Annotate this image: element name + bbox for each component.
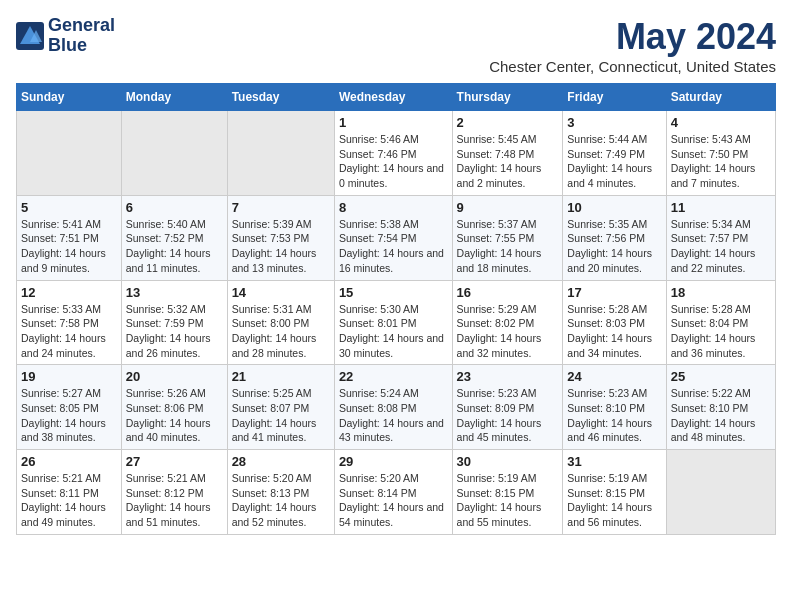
- main-title: May 2024: [489, 16, 776, 58]
- week-row-2: 5Sunrise: 5:41 AMSunset: 7:51 PMDaylight…: [17, 195, 776, 280]
- day-number: 15: [339, 285, 448, 300]
- day-number: 25: [671, 369, 771, 384]
- cell-info: Sunrise: 5:26 AMSunset: 8:06 PMDaylight:…: [126, 386, 223, 445]
- day-number: 24: [567, 369, 661, 384]
- cell-info: Sunrise: 5:23 AMSunset: 8:10 PMDaylight:…: [567, 386, 661, 445]
- calendar-cell: 31Sunrise: 5:19 AMSunset: 8:15 PMDayligh…: [563, 450, 666, 535]
- calendar-cell: 11Sunrise: 5:34 AMSunset: 7:57 PMDayligh…: [666, 195, 775, 280]
- calendar-cell: 26Sunrise: 5:21 AMSunset: 8:11 PMDayligh…: [17, 450, 122, 535]
- calendar-cell: 18Sunrise: 5:28 AMSunset: 8:04 PMDayligh…: [666, 280, 775, 365]
- cell-info: Sunrise: 5:22 AMSunset: 8:10 PMDaylight:…: [671, 386, 771, 445]
- day-number: 3: [567, 115, 661, 130]
- cell-info: Sunrise: 5:43 AMSunset: 7:50 PMDaylight:…: [671, 132, 771, 191]
- day-number: 26: [21, 454, 117, 469]
- cell-info: Sunrise: 5:19 AMSunset: 8:15 PMDaylight:…: [567, 471, 661, 530]
- calendar-cell: 5Sunrise: 5:41 AMSunset: 7:51 PMDaylight…: [17, 195, 122, 280]
- cell-info: Sunrise: 5:34 AMSunset: 7:57 PMDaylight:…: [671, 217, 771, 276]
- cell-info: Sunrise: 5:21 AMSunset: 8:11 PMDaylight:…: [21, 471, 117, 530]
- calendar-cell: 13Sunrise: 5:32 AMSunset: 7:59 PMDayligh…: [121, 280, 227, 365]
- calendar-cell: 30Sunrise: 5:19 AMSunset: 8:15 PMDayligh…: [452, 450, 563, 535]
- calendar-cell: 8Sunrise: 5:38 AMSunset: 7:54 PMDaylight…: [334, 195, 452, 280]
- calendar-cell: 27Sunrise: 5:21 AMSunset: 8:12 PMDayligh…: [121, 450, 227, 535]
- day-number: 19: [21, 369, 117, 384]
- cell-info: Sunrise: 5:20 AMSunset: 8:14 PMDaylight:…: [339, 471, 448, 530]
- cell-info: Sunrise: 5:23 AMSunset: 8:09 PMDaylight:…: [457, 386, 559, 445]
- page-header: General Blue May 2024 Chester Center, Co…: [16, 16, 776, 75]
- title-area: May 2024 Chester Center, Connecticut, Un…: [489, 16, 776, 75]
- day-number: 8: [339, 200, 448, 215]
- cell-info: Sunrise: 5:21 AMSunset: 8:12 PMDaylight:…: [126, 471, 223, 530]
- week-row-5: 26Sunrise: 5:21 AMSunset: 8:11 PMDayligh…: [17, 450, 776, 535]
- cell-info: Sunrise: 5:33 AMSunset: 7:58 PMDaylight:…: [21, 302, 117, 361]
- day-number: 7: [232, 200, 330, 215]
- cell-info: Sunrise: 5:24 AMSunset: 8:08 PMDaylight:…: [339, 386, 448, 445]
- cell-info: Sunrise: 5:46 AMSunset: 7:46 PMDaylight:…: [339, 132, 448, 191]
- cell-info: Sunrise: 5:28 AMSunset: 8:03 PMDaylight:…: [567, 302, 661, 361]
- day-number: 16: [457, 285, 559, 300]
- day-number: 11: [671, 200, 771, 215]
- day-number: 18: [671, 285, 771, 300]
- cell-info: Sunrise: 5:30 AMSunset: 8:01 PMDaylight:…: [339, 302, 448, 361]
- weekday-header-monday: Monday: [121, 84, 227, 111]
- cell-info: Sunrise: 5:44 AMSunset: 7:49 PMDaylight:…: [567, 132, 661, 191]
- calendar-cell: 25Sunrise: 5:22 AMSunset: 8:10 PMDayligh…: [666, 365, 775, 450]
- calendar-cell: 20Sunrise: 5:26 AMSunset: 8:06 PMDayligh…: [121, 365, 227, 450]
- cell-info: Sunrise: 5:25 AMSunset: 8:07 PMDaylight:…: [232, 386, 330, 445]
- calendar-cell: 9Sunrise: 5:37 AMSunset: 7:55 PMDaylight…: [452, 195, 563, 280]
- cell-info: Sunrise: 5:37 AMSunset: 7:55 PMDaylight:…: [457, 217, 559, 276]
- weekday-header-sunday: Sunday: [17, 84, 122, 111]
- calendar-cell: 29Sunrise: 5:20 AMSunset: 8:14 PMDayligh…: [334, 450, 452, 535]
- calendar-cell: 10Sunrise: 5:35 AMSunset: 7:56 PMDayligh…: [563, 195, 666, 280]
- weekday-header-saturday: Saturday: [666, 84, 775, 111]
- weekday-header-wednesday: Wednesday: [334, 84, 452, 111]
- cell-info: Sunrise: 5:28 AMSunset: 8:04 PMDaylight:…: [671, 302, 771, 361]
- day-number: 13: [126, 285, 223, 300]
- day-number: 29: [339, 454, 448, 469]
- logo-icon: [16, 22, 44, 50]
- calendar-cell: 6Sunrise: 5:40 AMSunset: 7:52 PMDaylight…: [121, 195, 227, 280]
- calendar-cell: 19Sunrise: 5:27 AMSunset: 8:05 PMDayligh…: [17, 365, 122, 450]
- weekday-header-row: SundayMondayTuesdayWednesdayThursdayFrid…: [17, 84, 776, 111]
- day-number: 5: [21, 200, 117, 215]
- calendar-cell: 14Sunrise: 5:31 AMSunset: 8:00 PMDayligh…: [227, 280, 334, 365]
- day-number: 23: [457, 369, 559, 384]
- calendar-cell: [666, 450, 775, 535]
- calendar-cell: 7Sunrise: 5:39 AMSunset: 7:53 PMDaylight…: [227, 195, 334, 280]
- weekday-header-thursday: Thursday: [452, 84, 563, 111]
- day-number: 10: [567, 200, 661, 215]
- day-number: 2: [457, 115, 559, 130]
- calendar-cell: [17, 111, 122, 196]
- week-row-1: 1Sunrise: 5:46 AMSunset: 7:46 PMDaylight…: [17, 111, 776, 196]
- day-number: 28: [232, 454, 330, 469]
- day-number: 27: [126, 454, 223, 469]
- day-number: 6: [126, 200, 223, 215]
- logo: General Blue: [16, 16, 115, 56]
- logo-text: General Blue: [48, 16, 115, 56]
- cell-info: Sunrise: 5:40 AMSunset: 7:52 PMDaylight:…: [126, 217, 223, 276]
- subtitle: Chester Center, Connecticut, United Stat…: [489, 58, 776, 75]
- day-number: 17: [567, 285, 661, 300]
- calendar-cell: 12Sunrise: 5:33 AMSunset: 7:58 PMDayligh…: [17, 280, 122, 365]
- page-container: General Blue May 2024 Chester Center, Co…: [16, 16, 776, 535]
- calendar-cell: 1Sunrise: 5:46 AMSunset: 7:46 PMDaylight…: [334, 111, 452, 196]
- weekday-header-tuesday: Tuesday: [227, 84, 334, 111]
- day-number: 22: [339, 369, 448, 384]
- day-number: 9: [457, 200, 559, 215]
- calendar-cell: 21Sunrise: 5:25 AMSunset: 8:07 PMDayligh…: [227, 365, 334, 450]
- week-row-3: 12Sunrise: 5:33 AMSunset: 7:58 PMDayligh…: [17, 280, 776, 365]
- cell-info: Sunrise: 5:20 AMSunset: 8:13 PMDaylight:…: [232, 471, 330, 530]
- calendar-cell: 17Sunrise: 5:28 AMSunset: 8:03 PMDayligh…: [563, 280, 666, 365]
- calendar-cell: 22Sunrise: 5:24 AMSunset: 8:08 PMDayligh…: [334, 365, 452, 450]
- cell-info: Sunrise: 5:19 AMSunset: 8:15 PMDaylight:…: [457, 471, 559, 530]
- cell-info: Sunrise: 5:29 AMSunset: 8:02 PMDaylight:…: [457, 302, 559, 361]
- day-number: 12: [21, 285, 117, 300]
- weekday-header-friday: Friday: [563, 84, 666, 111]
- day-number: 31: [567, 454, 661, 469]
- calendar-cell: 2Sunrise: 5:45 AMSunset: 7:48 PMDaylight…: [452, 111, 563, 196]
- day-number: 14: [232, 285, 330, 300]
- cell-info: Sunrise: 5:45 AMSunset: 7:48 PMDaylight:…: [457, 132, 559, 191]
- calendar-cell: 16Sunrise: 5:29 AMSunset: 8:02 PMDayligh…: [452, 280, 563, 365]
- cell-info: Sunrise: 5:27 AMSunset: 8:05 PMDaylight:…: [21, 386, 117, 445]
- calendar-cell: 24Sunrise: 5:23 AMSunset: 8:10 PMDayligh…: [563, 365, 666, 450]
- cell-info: Sunrise: 5:38 AMSunset: 7:54 PMDaylight:…: [339, 217, 448, 276]
